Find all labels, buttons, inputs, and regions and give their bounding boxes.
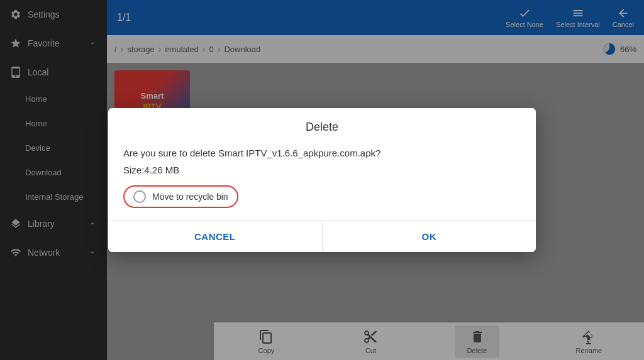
dialog-overlay: Delete Are you sure to delete Smart IPTV… bbox=[0, 0, 644, 360]
dialog-body: Are you sure to delete Smart IPTV_v1.6.6… bbox=[108, 140, 536, 221]
dialog-message: Are you sure to delete Smart IPTV_v1.6.6… bbox=[123, 148, 521, 158]
recycle-label: Move to recycle bin bbox=[152, 192, 228, 202]
dialog-cancel-button[interactable]: CANCEL bbox=[108, 221, 323, 252]
dialog-title: Delete bbox=[108, 108, 536, 140]
delete-dialog: Delete Are you sure to delete Smart IPTV… bbox=[108, 108, 536, 252]
dialog-actions: CANCEL OK bbox=[108, 221, 536, 252]
dialog-ok-button[interactable]: OK bbox=[323, 221, 536, 252]
recycle-radio[interactable] bbox=[133, 190, 146, 203]
dialog-size: Size:4.26 MB bbox=[123, 165, 521, 175]
recycle-bin-option[interactable]: Move to recycle bin bbox=[123, 185, 238, 208]
